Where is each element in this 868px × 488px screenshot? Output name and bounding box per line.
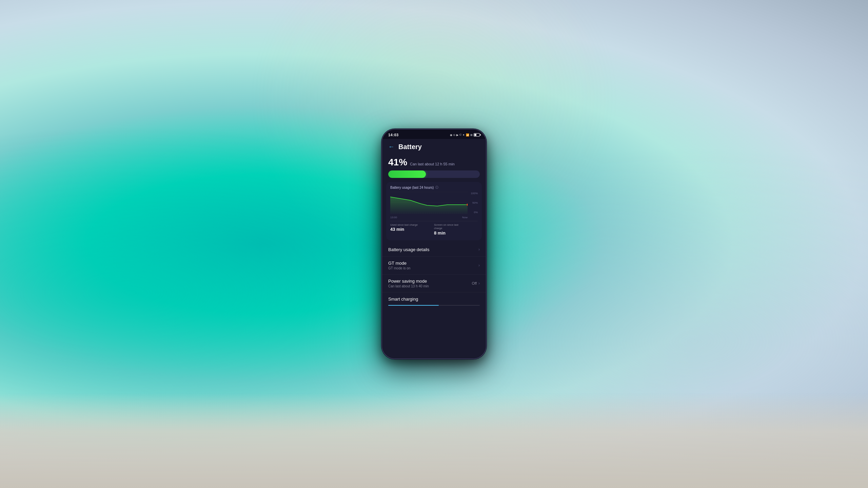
phone-screen: ← Battery 41% Can last about 12 h 55 min… bbox=[382, 139, 486, 359]
carrier-icon: ◉ bbox=[450, 134, 452, 137]
menu-item-title-smart: Smart charging bbox=[388, 297, 480, 302]
page-title: Battery bbox=[398, 143, 422, 151]
battery-percent-row: 41% Can last about 12 h 55 min bbox=[388, 157, 480, 168]
carrier-g-icon: G bbox=[453, 134, 455, 137]
extra-icon: ⊠ bbox=[470, 134, 473, 137]
battery-estimate: Can last about 12 h 55 min bbox=[410, 162, 454, 166]
battery-percent: 41% bbox=[388, 157, 407, 168]
menu-item-right-power: Off › bbox=[472, 281, 480, 286]
menu-item-battery-details[interactable]: Battery usage details › bbox=[382, 243, 486, 257]
menu-item-value-power: Off bbox=[472, 281, 477, 285]
chevron-right-icon-gt: › bbox=[478, 263, 480, 268]
status-bar: 14:03 ◉ G ▶ 𝐺 ✦ 📶 ⊠ bbox=[382, 129, 486, 139]
smart-charging-bar bbox=[388, 305, 480, 306]
battery-bar-fill bbox=[388, 170, 426, 178]
wifi-icon: ▶ bbox=[456, 134, 458, 137]
menu-item-smart-charging[interactable]: Smart charging bbox=[382, 292, 486, 306]
battery-bar-container bbox=[388, 170, 480, 178]
stat-used-since-charge: Used since last charge 43 min bbox=[390, 223, 434, 236]
status-icons: ◉ G ▶ 𝐺 ✦ 📶 ⊠ bbox=[450, 133, 480, 137]
chevron-right-icon-power: › bbox=[478, 281, 480, 286]
menu-item-title-gt: GT mode bbox=[388, 261, 478, 266]
menu-item-left: Battery usage details bbox=[388, 247, 478, 252]
menu-item-power-saving[interactable]: Power saving mode Can last about 13 h 40… bbox=[382, 274, 486, 292]
menu-item-left-gt: GT mode GT mode is on bbox=[388, 261, 478, 270]
stats-row: Used since last charge 43 min Screen on … bbox=[390, 221, 478, 237]
smart-charging-bar-fill bbox=[388, 305, 439, 306]
chart-y-100: 100% bbox=[471, 192, 478, 195]
chart-x-end: Now bbox=[462, 216, 468, 219]
menu-item-title-details: Battery usage details bbox=[388, 247, 478, 252]
chart-y-50: 50% bbox=[472, 201, 478, 204]
phone-wrapper: 14:03 ◉ G ▶ 𝐺 ✦ 📶 ⊠ ← Battery 4 bbox=[381, 129, 487, 359]
chart-section: Battery usage (last 24 hours) ⓘ 100% 50%… bbox=[386, 182, 482, 240]
chevron-right-icon: › bbox=[478, 247, 480, 252]
battery-level-section: 41% Can last about 12 h 55 min bbox=[382, 154, 486, 182]
chart-y-labels: 100% 50% 0% bbox=[471, 192, 478, 214]
screen-header: ← Battery bbox=[382, 139, 486, 154]
chart-area: 100% 50% 0% bbox=[390, 192, 478, 219]
chart-x-start: 13:00 bbox=[390, 216, 397, 219]
menu-item-subtitle-gt: GT mode is on bbox=[388, 266, 478, 270]
chart-title: Battery usage (last 24 hours) bbox=[390, 186, 434, 189]
menu-item-gt-mode[interactable]: GT mode GT mode is on › bbox=[382, 257, 486, 274]
wifi-bars-icon: 𝐺 bbox=[459, 133, 461, 137]
battery-status-icon bbox=[474, 133, 480, 137]
signal-icon: 📶 bbox=[466, 134, 469, 137]
menu-item-title-power: Power saving mode bbox=[388, 279, 472, 284]
status-time: 14:03 bbox=[388, 133, 399, 137]
menu-item-left-smart: Smart charging bbox=[388, 297, 480, 302]
chart-y-0: 0% bbox=[474, 211, 478, 214]
chart-x-labels: 13:00 Now bbox=[390, 216, 468, 219]
svg-point-4 bbox=[467, 204, 468, 206]
bluetooth-icon: ✦ bbox=[462, 134, 465, 137]
menu-section: Battery usage details › GT mode GT mode … bbox=[382, 243, 486, 359]
stat-screen-on: Screen on since lastcharge 8 min bbox=[434, 223, 478, 236]
battery-chart-svg bbox=[390, 192, 468, 214]
stat-screen-value: 8 min bbox=[434, 230, 478, 236]
chart-title-row: Battery usage (last 24 hours) ⓘ bbox=[390, 185, 478, 190]
stat-used-label: Used since last charge bbox=[390, 223, 434, 227]
phone: 14:03 ◉ G ▶ 𝐺 ✦ 📶 ⊠ ← Battery 4 bbox=[381, 129, 487, 359]
menu-item-right: › bbox=[478, 247, 480, 252]
info-icon[interactable]: ⓘ bbox=[435, 185, 438, 190]
menu-item-right-gt: › bbox=[478, 263, 480, 268]
menu-item-subtitle-power: Can last about 13 h 40 min bbox=[388, 284, 472, 288]
stat-screen-label: Screen on since lastcharge bbox=[434, 223, 478, 230]
stat-used-value: 43 min bbox=[390, 227, 434, 232]
back-button[interactable]: ← bbox=[388, 143, 394, 150]
menu-item-left-power: Power saving mode Can last about 13 h 40… bbox=[388, 279, 472, 288]
